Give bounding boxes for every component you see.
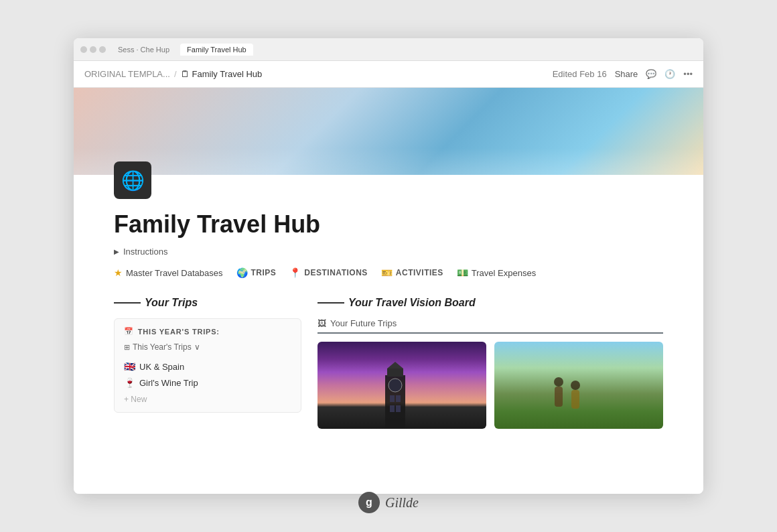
activities-label: ACTIVITIES (396, 268, 443, 277)
vision-board-column: Your Travel Vision Board 🖼 Your Future T… (317, 297, 663, 429)
svg-point-8 (554, 377, 563, 387)
trips-filter-row[interactable]: ⊞ This Year's Trips ∨ (124, 342, 291, 352)
page-icon: 🌐 (114, 161, 151, 199)
vision-section-header: Your Travel Vision Board (317, 297, 663, 309)
breadcrumb-parent[interactable]: ORIGINAL TEMPLA... (84, 69, 170, 79)
section-line-left (114, 302, 141, 304)
vision-section-title: Your Travel Vision Board (348, 297, 476, 309)
future-trips-label: Your Future Trips (330, 318, 397, 328)
page-title: Family Travel Hub (114, 210, 663, 239)
page-content: 🌐 Family Travel Hub ▶ Instructions ★ Mas… (74, 88, 703, 494)
comment-icon[interactable]: 💬 (646, 69, 656, 79)
people-silhouette-svg (545, 369, 599, 422)
expenses-label: Travel Expenses (472, 268, 536, 278)
svg-rect-4 (390, 395, 395, 402)
more-options-icon[interactable]: ••• (683, 69, 693, 79)
breadcrumb-current: 🗒 Family Travel Hub (181, 69, 263, 79)
svg-point-10 (571, 381, 580, 390)
filter-label: This Year's Trips (133, 342, 192, 352)
svg-rect-9 (555, 387, 563, 407)
vision-board-subheader: 🖼 Your Future Trips (317, 318, 663, 334)
svg-rect-2 (387, 369, 403, 377)
nav-trips[interactable]: 🌍 TRIPS (236, 267, 277, 278)
vision-vineyard-image (494, 342, 663, 429)
wine-icon: 🍷 (124, 377, 135, 388)
browser-window-controls (80, 46, 106, 53)
edited-label: Edited Feb 16 (553, 69, 607, 79)
big-ben-svg (362, 362, 429, 429)
watermark-brand: Gillde (385, 495, 419, 511)
ticket-icon: 🎫 (381, 267, 393, 278)
calendar-icon: 📅 (124, 327, 134, 336)
trips-card: 📅 THIS YEAR'S TRIPS: ⊞ This Year's Trips… (114, 318, 301, 413)
svg-rect-11 (571, 390, 579, 409)
instructions-label: Instructions (123, 247, 167, 257)
browser-min-btn[interactable] (90, 46, 96, 53)
globe-trips-icon: 🌍 (236, 267, 248, 278)
share-button[interactable]: Share (615, 69, 638, 79)
main-content: Family Travel Hub ▶ Instructions ★ Maste… (74, 199, 703, 445)
notion-topbar: ORIGINAL TEMPLA... / 🗒 Family Travel Hub… (74, 61, 703, 88)
filter-icon: ⊞ (124, 343, 130, 352)
svg-marker-3 (387, 362, 403, 369)
browser-tab-active[interactable]: Family Travel Hub (180, 44, 253, 56)
trip-wine-label: Girl's Wine Trip (139, 378, 198, 388)
topbar-actions: Edited Feb 16 Share 💬 🕐 ••• (553, 69, 693, 79)
nav-master-databases[interactable]: ★ Master Travel Databases (114, 267, 223, 278)
vision-london-image (317, 342, 486, 429)
master-databases-label: Master Travel Databases (126, 268, 223, 278)
trip-item-uk-spain[interactable]: 🇬🇧 UK & Spain (124, 358, 291, 375)
instructions-row[interactable]: ▶ Instructions (114, 247, 663, 257)
browser-chrome: Sess · Che Hup Family Travel Hub (74, 38, 703, 61)
browser-max-btn[interactable] (99, 46, 106, 53)
browser-tabs: Sess · Che Hup Family Travel Hub (111, 44, 697, 56)
page-icon-area: 🌐 (74, 161, 703, 199)
nav-destinations[interactable]: 📍 DESTINATIONS (289, 267, 367, 278)
trips-card-header: 📅 THIS YEAR'S TRIPS: (124, 327, 291, 336)
money-icon: 💵 (457, 267, 468, 278)
svg-rect-7 (396, 405, 401, 412)
browser-tab-inactive[interactable]: Sess · Che Hup (111, 44, 176, 56)
watermark: g Gillde (358, 492, 419, 513)
globe-icon: 🌐 (121, 170, 145, 192)
nav-row: ★ Master Travel Databases 🌍 TRIPS 📍 DEST… (114, 267, 663, 278)
star-icon: ★ (114, 267, 123, 278)
trip-item-wine[interactable]: 🍷 Girl's Wine Trip (124, 375, 291, 391)
history-icon[interactable]: 🕐 (664, 69, 675, 79)
add-new-trip[interactable]: + New (124, 395, 291, 404)
uk-flag-icon: 🇬🇧 (124, 361, 135, 372)
trips-column: Your Trips 📅 THIS YEAR'S TRIPS: ⊞ This Y… (114, 297, 301, 429)
trips-label: TRIPS (251, 268, 277, 277)
breadcrumb: ORIGINAL TEMPLA... / 🗒 Family Travel Hub (84, 69, 262, 79)
section-line-vision (317, 302, 344, 304)
two-column-layout: Your Trips 📅 THIS YEAR'S TRIPS: ⊞ This Y… (114, 297, 663, 429)
filter-arrow: ∨ (194, 342, 200, 352)
trips-section-title: Your Trips (145, 297, 198, 309)
destinations-label: DESTINATIONS (304, 268, 367, 277)
pin-icon: 📍 (289, 267, 301, 278)
breadcrumb-separator: / (174, 69, 177, 79)
vision-images (317, 342, 663, 429)
svg-rect-6 (390, 405, 395, 412)
trips-section-header: Your Trips (114, 297, 301, 309)
photo-icon: 🖼 (317, 318, 326, 328)
nav-expenses[interactable]: 💵 Travel Expenses (457, 267, 536, 278)
svg-rect-5 (396, 395, 401, 402)
nav-activities[interactable]: 🎫 ACTIVITIES (381, 267, 443, 278)
triangle-icon: ▶ (114, 248, 119, 255)
trip-uk-spain-label: UK & Spain (139, 362, 184, 372)
page-icon-small: 🗒 (181, 69, 190, 79)
new-item-label: + New (124, 395, 147, 404)
browser-close-btn[interactable] (80, 46, 87, 53)
svg-point-1 (388, 379, 402, 392)
watermark-logo: g (358, 492, 380, 513)
